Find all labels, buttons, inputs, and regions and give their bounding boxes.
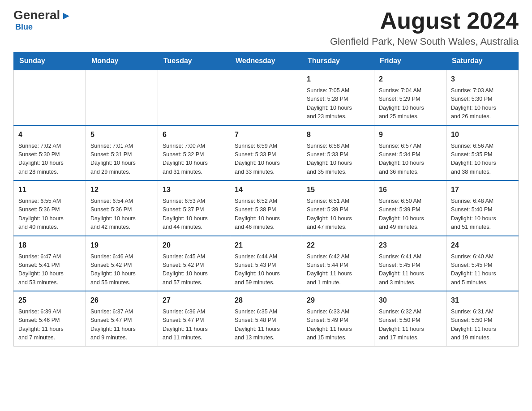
day-cell-31: 31Sunrise: 6:31 AM Sunset: 5:50 PM Dayli… [446, 291, 519, 346]
day-cell-21: 21Sunrise: 6:44 AM Sunset: 5:43 PM Dayli… [230, 236, 302, 291]
day-cell-24: 24Sunrise: 6:40 AM Sunset: 5:45 PM Dayli… [446, 236, 519, 291]
month-title: August 2024 [330, 9, 519, 32]
day-number: 26 [90, 295, 153, 306]
day-cell-13: 13Sunrise: 6:53 AM Sunset: 5:37 PM Dayli… [158, 180, 230, 236]
day-header-wednesday: Wednesday [230, 52, 302, 70]
day-number: 28 [235, 295, 297, 306]
day-info: Sunrise: 7:05 AM Sunset: 5:28 PM Dayligh… [307, 86, 369, 121]
day-number: 23 [379, 240, 442, 251]
day-cell-22: 22Sunrise: 6:42 AM Sunset: 5:44 PM Dayli… [302, 236, 374, 291]
day-number: 22 [307, 240, 369, 251]
day-number: 10 [451, 129, 514, 140]
day-info: Sunrise: 7:02 AM Sunset: 5:30 PM Dayligh… [18, 142, 81, 177]
day-number: 9 [379, 129, 442, 140]
day-info: Sunrise: 6:32 AM Sunset: 5:50 PM Dayligh… [379, 308, 442, 342]
day-info: Sunrise: 7:03 AM Sunset: 5:30 PM Dayligh… [451, 86, 514, 121]
week-row-3: 11Sunrise: 6:55 AM Sunset: 5:36 PM Dayli… [14, 180, 519, 236]
day-info: Sunrise: 6:46 AM Sunset: 5:42 PM Dayligh… [90, 253, 153, 287]
day-number: 11 [18, 184, 81, 195]
header-row: SundayMondayTuesdayWednesdayThursdayFrid… [14, 52, 519, 70]
day-number: 30 [379, 295, 442, 306]
day-number: 8 [307, 129, 369, 140]
day-header-tuesday: Tuesday [158, 52, 230, 70]
calendar-table: SundayMondayTuesdayWednesdayThursdayFrid… [13, 52, 519, 347]
day-number: 13 [163, 184, 225, 195]
day-info: Sunrise: 6:56 AM Sunset: 5:35 PM Dayligh… [451, 142, 514, 177]
day-cell-23: 23Sunrise: 6:41 AM Sunset: 5:45 PM Dayli… [374, 236, 446, 291]
day-cell-16: 16Sunrise: 6:50 AM Sunset: 5:39 PM Dayli… [374, 180, 446, 236]
empty-cell [158, 70, 230, 125]
day-info: Sunrise: 6:51 AM Sunset: 5:39 PM Dayligh… [307, 197, 369, 232]
day-info: Sunrise: 6:50 AM Sunset: 5:39 PM Dayligh… [379, 197, 442, 232]
day-header-thursday: Thursday [302, 52, 374, 70]
day-number: 27 [163, 295, 225, 306]
day-info: Sunrise: 7:01 AM Sunset: 5:31 PM Dayligh… [90, 142, 153, 177]
day-info: Sunrise: 6:52 AM Sunset: 5:38 PM Dayligh… [235, 197, 297, 232]
page-header: General Blue August 2024 Glenfield Park,… [13, 9, 519, 47]
day-cell-28: 28Sunrise: 6:35 AM Sunset: 5:48 PM Dayli… [230, 291, 302, 346]
week-row-1: 1Sunrise: 7:05 AM Sunset: 5:28 PM Daylig… [14, 70, 519, 125]
day-cell-10: 10Sunrise: 6:56 AM Sunset: 5:35 PM Dayli… [446, 125, 519, 181]
day-cell-29: 29Sunrise: 6:33 AM Sunset: 5:49 PM Dayli… [302, 291, 374, 346]
week-row-4: 18Sunrise: 6:47 AM Sunset: 5:41 PM Dayli… [14, 236, 519, 291]
day-cell-3: 3Sunrise: 7:03 AM Sunset: 5:30 PM Daylig… [446, 70, 519, 125]
day-info: Sunrise: 7:00 AM Sunset: 5:32 PM Dayligh… [163, 142, 225, 177]
day-number: 7 [235, 129, 297, 140]
day-number: 15 [307, 184, 369, 195]
day-cell-8: 8Sunrise: 6:58 AM Sunset: 5:33 PM Daylig… [302, 125, 374, 181]
title-area: August 2024 Glenfield Park, New South Wa… [330, 9, 519, 47]
day-header-friday: Friday [374, 52, 446, 70]
day-number: 6 [163, 129, 225, 140]
day-cell-9: 9Sunrise: 6:57 AM Sunset: 5:34 PM Daylig… [374, 125, 446, 181]
empty-cell [86, 70, 158, 125]
day-info: Sunrise: 6:36 AM Sunset: 5:47 PM Dayligh… [163, 308, 225, 342]
day-cell-18: 18Sunrise: 6:47 AM Sunset: 5:41 PM Dayli… [14, 236, 86, 291]
day-cell-5: 5Sunrise: 7:01 AM Sunset: 5:31 PM Daylig… [86, 125, 158, 181]
day-cell-20: 20Sunrise: 6:45 AM Sunset: 5:42 PM Dayli… [158, 236, 230, 291]
day-info: Sunrise: 6:33 AM Sunset: 5:49 PM Dayligh… [307, 308, 369, 342]
day-info: Sunrise: 6:35 AM Sunset: 5:48 PM Dayligh… [235, 308, 297, 342]
day-cell-26: 26Sunrise: 6:37 AM Sunset: 5:47 PM Dayli… [86, 291, 158, 346]
day-info: Sunrise: 6:55 AM Sunset: 5:36 PM Dayligh… [18, 197, 81, 232]
day-cell-30: 30Sunrise: 6:32 AM Sunset: 5:50 PM Dayli… [374, 291, 446, 346]
day-info: Sunrise: 6:54 AM Sunset: 5:36 PM Dayligh… [90, 197, 153, 232]
day-info: Sunrise: 7:04 AM Sunset: 5:29 PM Dayligh… [379, 86, 442, 121]
day-number: 1 [307, 74, 369, 85]
day-cell-17: 17Sunrise: 6:48 AM Sunset: 5:40 PM Dayli… [446, 180, 519, 236]
day-info: Sunrise: 6:44 AM Sunset: 5:43 PM Dayligh… [235, 253, 297, 287]
day-number: 18 [18, 240, 81, 251]
day-cell-15: 15Sunrise: 6:51 AM Sunset: 5:39 PM Dayli… [302, 180, 374, 236]
day-number: 29 [307, 295, 369, 306]
day-info: Sunrise: 6:40 AM Sunset: 5:45 PM Dayligh… [451, 253, 514, 287]
day-info: Sunrise: 6:57 AM Sunset: 5:34 PM Dayligh… [379, 142, 442, 177]
day-cell-25: 25Sunrise: 6:39 AM Sunset: 5:46 PM Dayli… [14, 291, 86, 346]
day-header-monday: Monday [86, 52, 158, 70]
day-info: Sunrise: 6:37 AM Sunset: 5:47 PM Dayligh… [90, 308, 153, 342]
day-cell-4: 4Sunrise: 7:02 AM Sunset: 5:30 PM Daylig… [14, 125, 86, 181]
logo-main: General [13, 9, 71, 21]
day-info: Sunrise: 6:31 AM Sunset: 5:50 PM Dayligh… [451, 308, 514, 342]
day-info: Sunrise: 6:53 AM Sunset: 5:37 PM Dayligh… [163, 197, 225, 232]
day-header-saturday: Saturday [446, 52, 519, 70]
day-number: 25 [18, 295, 81, 306]
empty-cell [14, 70, 86, 125]
logo-sub: Blue [15, 22, 33, 32]
week-row-5: 25Sunrise: 6:39 AM Sunset: 5:46 PM Dayli… [14, 291, 519, 346]
day-number: 17 [451, 184, 514, 195]
day-cell-19: 19Sunrise: 6:46 AM Sunset: 5:42 PM Dayli… [86, 236, 158, 291]
svg-marker-0 [63, 13, 69, 19]
day-number: 21 [235, 240, 297, 251]
day-info: Sunrise: 6:41 AM Sunset: 5:45 PM Dayligh… [379, 253, 442, 287]
day-cell-2: 2Sunrise: 7:04 AM Sunset: 5:29 PM Daylig… [374, 70, 446, 125]
day-cell-6: 6Sunrise: 7:00 AM Sunset: 5:32 PM Daylig… [158, 125, 230, 181]
day-info: Sunrise: 6:39 AM Sunset: 5:46 PM Dayligh… [18, 308, 81, 342]
day-cell-11: 11Sunrise: 6:55 AM Sunset: 5:36 PM Dayli… [14, 180, 86, 236]
logo: General Blue [13, 9, 71, 32]
day-number: 31 [451, 295, 514, 306]
day-info: Sunrise: 6:48 AM Sunset: 5:40 PM Dayligh… [451, 197, 514, 232]
location-title: Glenfield Park, New South Wales, Austral… [330, 36, 519, 47]
day-number: 19 [90, 240, 153, 251]
week-row-2: 4Sunrise: 7:02 AM Sunset: 5:30 PM Daylig… [14, 125, 519, 181]
day-info: Sunrise: 6:59 AM Sunset: 5:33 PM Dayligh… [235, 142, 297, 177]
day-number: 16 [379, 184, 442, 195]
